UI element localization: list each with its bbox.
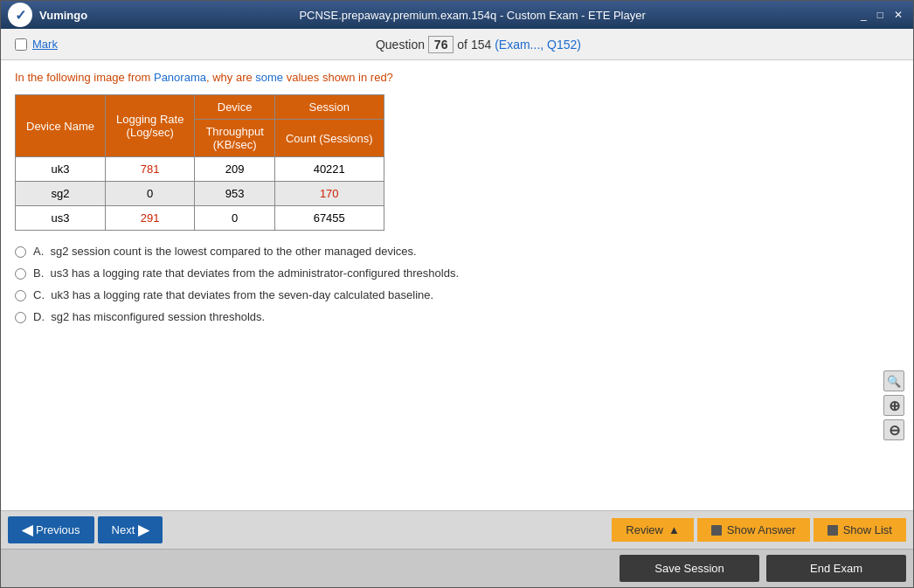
some-highlight: some bbox=[255, 71, 283, 84]
previous-button[interactable]: ◀ Previous bbox=[8, 516, 94, 543]
prev-arrow-icon: ◀ bbox=[22, 522, 32, 538]
mark-label[interactable]: Mark bbox=[32, 38, 58, 51]
next-arrow-icon: ▶ bbox=[138, 522, 149, 538]
next-button[interactable]: Next ▶ bbox=[98, 516, 163, 543]
toolbar: Mark Question 76 of 154 (Exam..., Q152) bbox=[1, 29, 913, 60]
table-row: sg2 0 953 170 bbox=[16, 182, 384, 206]
question-info: Question 76 of 154 (Exam..., Q152) bbox=[58, 36, 899, 53]
show-answer-icon bbox=[711, 525, 722, 536]
option-c[interactable]: C. uk3 has a logging rate that deviates … bbox=[15, 288, 899, 301]
content-area: In the following image from Panorama, wh… bbox=[1, 60, 913, 510]
radio-c[interactable] bbox=[15, 290, 26, 301]
save-session-button[interactable]: Save Session bbox=[620, 555, 759, 582]
search-button[interactable]: 🔍 bbox=[883, 370, 904, 391]
table-row: uk3 781 209 40221 bbox=[16, 157, 384, 182]
header-sessions: Count (Sessions) bbox=[274, 120, 384, 157]
review-caret-icon: ▲ bbox=[668, 523, 680, 536]
cell-throughput-us3: 0 bbox=[195, 206, 275, 231]
option-a-label: A. sg2 session count is the lowest compa… bbox=[33, 245, 417, 258]
data-table: Device Name Logging Rate(Log/sec) Device… bbox=[15, 94, 384, 231]
cell-name-sg2: sg2 bbox=[16, 182, 106, 206]
header-device-name: Device Name bbox=[16, 95, 106, 157]
show-list-label: Show List bbox=[843, 523, 892, 536]
window-title: PCNSE.prepaway.premium.exam.154q - Custo… bbox=[87, 9, 857, 22]
option-a[interactable]: A. sg2 session count is the lowest compa… bbox=[15, 245, 899, 258]
radio-b[interactable] bbox=[15, 268, 26, 280]
app-window: ✓ Vumingo PCNSE.prepaway.premium.exam.15… bbox=[0, 0, 914, 588]
cell-sessions-uk3: 40221 bbox=[274, 157, 384, 182]
cell-name-uk3: uk3 bbox=[16, 157, 106, 182]
exam-ref: (Exam..., Q152) bbox=[495, 38, 581, 52]
app-name: Vumingo bbox=[39, 9, 87, 22]
zoom-out-button[interactable]: ⊖ bbox=[883, 419, 904, 440]
header-device-group: Device bbox=[195, 95, 275, 120]
action-bar: Save Session End Exam bbox=[1, 549, 913, 587]
next-label: Next bbox=[112, 523, 135, 536]
cell-name-us3: us3 bbox=[16, 206, 106, 231]
show-list-button[interactable]: Show List bbox=[814, 518, 906, 542]
cell-logging-us3: 291 bbox=[106, 206, 195, 231]
cell-logging-sg2: 0 bbox=[106, 182, 195, 206]
previous-label: Previous bbox=[36, 523, 80, 536]
cell-sessions-us3: 67455 bbox=[274, 206, 384, 231]
minimize-button[interactable]: _ bbox=[857, 9, 870, 21]
app-logo: ✓ bbox=[8, 3, 32, 27]
title-bar: ✓ Vumingo PCNSE.prepaway.premium.exam.15… bbox=[1, 1, 913, 29]
show-answer-button[interactable]: Show Answer bbox=[697, 518, 810, 542]
table-row: us3 291 0 67455 bbox=[16, 206, 384, 231]
option-d-label: D. sg2 has misconfigured session thresho… bbox=[33, 310, 265, 323]
logo-v-icon: ✓ bbox=[15, 7, 26, 24]
mark-checkbox[interactable] bbox=[15, 38, 27, 51]
radio-a[interactable] bbox=[15, 246, 26, 258]
review-label: Review bbox=[626, 523, 663, 536]
bottom-nav-bar: ◀ Previous Next ▶ Review ▲ Show Answer S… bbox=[1, 510, 913, 549]
title-bar-left: ✓ Vumingo bbox=[8, 3, 87, 27]
cell-throughput-uk3: 209 bbox=[195, 157, 275, 182]
end-exam-button[interactable]: End Exam bbox=[766, 555, 906, 582]
option-b-label: B. us3 has a logging rate that deviates … bbox=[33, 266, 459, 280]
content-wrapper: In the following image from Panorama, wh… bbox=[1, 60, 913, 510]
close-button[interactable]: ✕ bbox=[890, 9, 906, 21]
option-c-label: C. uk3 has a logging rate that deviates … bbox=[33, 288, 433, 301]
zoom-controls: 🔍 ⊕ ⊖ bbox=[883, 370, 904, 440]
radio-d[interactable] bbox=[15, 312, 26, 323]
cell-logging-uk3: 781 bbox=[106, 157, 195, 182]
show-answer-label: Show Answer bbox=[727, 523, 796, 536]
option-b[interactable]: B. us3 has a logging rate that deviates … bbox=[15, 266, 899, 280]
panorama-highlight: Panorama bbox=[154, 71, 206, 84]
option-d[interactable]: D. sg2 has misconfigured session thresho… bbox=[15, 310, 899, 323]
question-text: In the following image from Panorama, wh… bbox=[15, 71, 899, 84]
window-controls: _ □ ✕ bbox=[857, 9, 906, 21]
answer-options: A. sg2 session count is the lowest compa… bbox=[15, 245, 899, 323]
zoom-in-button[interactable]: ⊕ bbox=[883, 395, 904, 416]
maximize-button[interactable]: □ bbox=[874, 9, 887, 21]
header-session-group: Session bbox=[274, 95, 384, 120]
header-logging-rate: Logging Rate(Log/sec) bbox=[106, 95, 195, 157]
show-list-icon bbox=[827, 525, 838, 536]
mark-container[interactable]: Mark bbox=[15, 38, 58, 51]
total-label: of 154 bbox=[457, 38, 491, 52]
cell-sessions-sg2: 170 bbox=[274, 182, 384, 206]
question-number: 76 bbox=[428, 36, 454, 53]
review-button[interactable]: Review ▲ bbox=[612, 518, 694, 542]
question-label: Question bbox=[376, 38, 425, 52]
header-throughput: Throughput(KB/sec) bbox=[195, 120, 275, 157]
cell-throughput-sg2: 953 bbox=[195, 182, 275, 206]
